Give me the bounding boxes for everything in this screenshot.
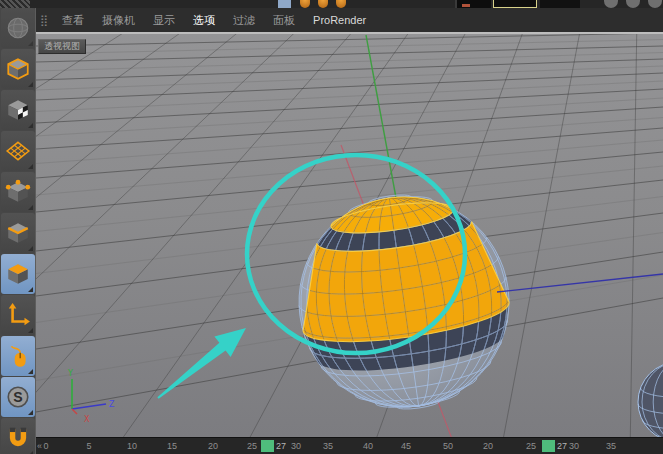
current-frame-marker-0[interactable]: [261, 440, 274, 452]
cutoff-button-icon: [626, 0, 640, 8]
cinema4d-viewport-window: S ⣿查看摄像机显示选项过滤面板ProRender YZX 透视视图 «0510…: [0, 0, 663, 454]
menubar-grip-icon[interactable]: ⣿: [36, 14, 53, 27]
texture-cube-icon: [5, 97, 31, 123]
workplane-grid-icon: [5, 138, 31, 164]
gizmo-y-label: Y: [67, 369, 73, 378]
timeline-tick-3: 15: [167, 441, 177, 451]
timeline-tick-14: 35: [606, 441, 616, 451]
timeline-tick-5: 25: [247, 441, 257, 451]
current-frame-marker-1[interactable]: [542, 440, 555, 452]
cutoff-slot-active-icon: [493, 0, 537, 8]
menu-item-2[interactable]: 显示: [144, 12, 184, 29]
toolbar-edges-mode[interactable]: [1, 213, 35, 253]
toolbar-model-mode[interactable]: [1, 8, 35, 48]
model-sphere-icon: [5, 15, 31, 41]
cutoff-slot-icon: [540, 0, 580, 8]
polygons-cube-icon: [5, 261, 31, 287]
mode-toolbar: S: [0, 8, 36, 454]
toolbar-workplane-mode[interactable]: [1, 131, 35, 171]
sphere-object[interactable]: [285, 181, 523, 422]
timeline-tick-10: 50: [443, 441, 453, 451]
cutoff-sphere-icon: [300, 0, 310, 8]
cutoff-sphere-icon: [336, 0, 346, 8]
cutoff-mark-icon: [462, 4, 470, 7]
toolbar-magnet-tool[interactable]: [1, 418, 35, 454]
magnet-icon: [5, 425, 31, 451]
cutoff-button-icon: [604, 0, 618, 8]
toolbar-texture-mode[interactable]: [1, 90, 35, 130]
timeline-tick-6: 30: [291, 441, 301, 451]
toolbar-make-editable[interactable]: [1, 49, 35, 89]
cutoff-sphere-icon: [318, 0, 328, 8]
timeline-tick-9: 45: [401, 441, 411, 451]
timeline-tick-1: 5: [86, 441, 91, 451]
toolbar-polygons-mode[interactable]: [1, 254, 35, 294]
timeline-tick-2: 10: [127, 441, 137, 451]
editable-cube-icon: [5, 56, 31, 82]
cutoff-icon: [278, 0, 291, 8]
menu-item-5[interactable]: 面板: [264, 12, 304, 29]
partial-sphere-object[interactable]: [638, 362, 663, 437]
timeline-tick-11: 20: [483, 441, 493, 451]
menu-item-3[interactable]: 选项: [184, 12, 224, 29]
current-frame-label-1: 27: [557, 441, 567, 451]
timeline-ruler[interactable]: «05101520253035404550202530352727: [36, 437, 663, 454]
cutoff-slot-icon: [455, 0, 491, 8]
axis-gizmo: YZX: [67, 369, 115, 424]
cutoff-main-toolbar: [0, 0, 663, 8]
timeline-tick-7: 35: [323, 441, 333, 451]
timeline-tick-12: 25: [526, 441, 536, 451]
svg-text:S: S: [13, 389, 22, 405]
arrow-annotation: [157, 328, 246, 399]
timeline-prev-icon[interactable]: «: [37, 441, 42, 451]
toolbar-points-mode[interactable]: [1, 172, 35, 212]
gizmo-z-label: Z: [109, 400, 115, 409]
points-cube-icon: [5, 179, 31, 205]
viewport-menubar: ⣿查看摄像机显示选项过滤面板ProRender: [36, 8, 663, 32]
gizmo-x-label: X: [84, 415, 90, 424]
timeline-tick-4: 20: [208, 441, 218, 451]
cutoff-button-icon: [648, 0, 662, 8]
perspective-viewport[interactable]: YZX 透视视图: [36, 32, 663, 437]
timeline-tick-0: 0: [43, 441, 48, 451]
menu-item-4[interactable]: 过滤: [224, 12, 264, 29]
menu-item-0[interactable]: 查看: [53, 12, 93, 29]
viewport-label[interactable]: 透视视图: [38, 39, 86, 54]
current-frame-label-0: 27: [276, 441, 286, 451]
toolbar-enable-axis[interactable]: [1, 295, 35, 335]
grip-hatch-icon: [0, 0, 30, 8]
edges-cube-icon: [5, 220, 31, 246]
timeline-tick-8: 40: [363, 441, 373, 451]
toolbar-viewport-solo[interactable]: [1, 336, 35, 376]
world-y-axis: [366, 35, 399, 214]
menu-item-6[interactable]: ProRender: [304, 13, 375, 27]
axis-arrows-icon: [5, 302, 31, 328]
timeline-tick-13: 30: [569, 441, 579, 451]
snap-s-icon: S: [5, 384, 31, 410]
menu-item-1[interactable]: 摄像机: [93, 12, 144, 29]
viewport-canvas[interactable]: YZX: [36, 34, 663, 437]
toolbar-snap-settings[interactable]: S: [1, 377, 35, 417]
mouse-icon: [5, 343, 31, 369]
